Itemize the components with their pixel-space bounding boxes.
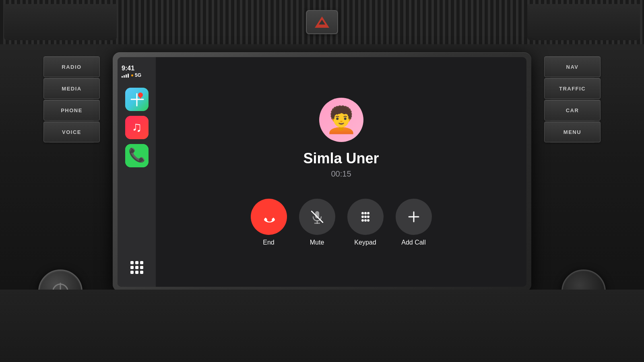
svg-point-17: [364, 216, 367, 218]
maps-app-icon[interactable]: [125, 88, 149, 111]
call-screen: 🧑‍🦱 Simla Uner 00:15 End: [156, 57, 526, 287]
svg-point-15: [367, 212, 369, 214]
phone-button[interactable]: PHONE: [43, 100, 100, 121]
svg-point-19: [361, 219, 364, 222]
signal-row: 5G: [122, 72, 152, 78]
right-button-panel: NAV TRAFFIC CAR MENU: [544, 56, 601, 142]
media-button[interactable]: MEDIA: [43, 78, 100, 99]
status-bar: 9:41 5G: [118, 64, 156, 80]
svg-point-14: [364, 212, 367, 214]
phone-app-icon[interactable]: 📞: [125, 144, 149, 167]
add-call-label: Add Call: [401, 239, 425, 246]
contact-avatar: 🧑‍🦱: [319, 98, 363, 142]
mute-icon: [309, 209, 325, 225]
signal-bar-3: [126, 74, 127, 78]
phone-icon-svg: 📞: [125, 144, 149, 167]
radio-button[interactable]: RADIO: [43, 56, 100, 77]
infotainment-screen: 9:41 5G: [118, 57, 526, 287]
maps-icon-svg: [125, 88, 149, 111]
svg-point-20: [364, 219, 367, 222]
side-vent-left: [4, 4, 117, 40]
keypad-button[interactable]: [347, 199, 384, 235]
svg-point-21: [367, 219, 369, 222]
nav-button[interactable]: NAV: [544, 56, 601, 77]
status-time: 9:41: [122, 65, 152, 72]
add-call-button[interactable]: [396, 199, 432, 235]
keypad-label: Keypad: [354, 239, 376, 246]
hazard-icon: [315, 16, 329, 28]
signal-bar-1: [122, 76, 123, 78]
left-button-panel: RADIO MEDIA PHONE VOICE: [43, 56, 100, 142]
svg-text:📞: 📞: [128, 147, 146, 163]
car-button[interactable]: CAR: [544, 100, 601, 121]
add-call-icon: [406, 209, 422, 225]
home-grid-button[interactable]: [130, 261, 143, 274]
keypad-wrap: Keypad: [347, 199, 384, 246]
call-duration: 00:15: [331, 169, 351, 179]
add-call-wrap: Add Call: [396, 199, 432, 246]
svg-point-13: [361, 212, 364, 214]
svg-point-18: [367, 216, 369, 218]
svg-text:♫: ♫: [132, 119, 142, 134]
bottom-panel: [0, 290, 644, 362]
signal-bar-4: [128, 74, 129, 78]
menu-button[interactable]: MENU: [544, 121, 601, 142]
screen-frame: 9:41 5G: [113, 52, 531, 292]
mute-label: Mute: [310, 239, 324, 246]
signal-bar-2: [124, 75, 125, 78]
car-interior: RADIO MEDIA PHONE VOICE NAV TRAFFIC CAR …: [0, 0, 644, 362]
end-call-icon: [261, 209, 277, 225]
traffic-button[interactable]: TRAFFIC: [544, 78, 601, 99]
memoji-image: 🧑‍🦱: [319, 98, 363, 142]
end-call-label: End: [263, 239, 274, 246]
music-icon-svg: ♫: [125, 116, 149, 139]
mute-wrap: Mute: [299, 199, 335, 246]
call-action-buttons: End: [251, 199, 432, 246]
home-grid-icon: [130, 261, 143, 274]
svg-point-16: [361, 216, 364, 218]
sidebar-apps: ♫ 📞: [125, 88, 149, 261]
carplay-sidebar: 9:41 5G: [118, 57, 156, 287]
signal-dot: [131, 74, 133, 76]
voice-button[interactable]: VOICE: [43, 121, 100, 142]
keypad-icon: [357, 209, 374, 225]
music-app-icon[interactable]: ♫: [125, 116, 149, 139]
mute-button[interactable]: [299, 199, 335, 235]
end-call-button[interactable]: [251, 199, 287, 235]
side-vent-right: [527, 4, 640, 40]
hazard-button[interactable]: [306, 10, 338, 34]
signal-bars: [122, 73, 129, 78]
contact-name: Simla Uner: [303, 150, 379, 167]
network-type: 5G: [135, 72, 141, 78]
end-call-wrap: End: [251, 199, 287, 246]
